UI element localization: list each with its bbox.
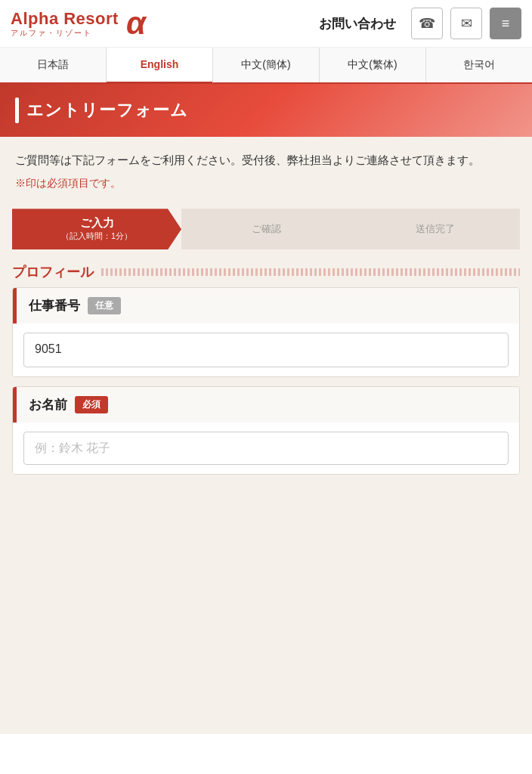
step-input: ご入力 （記入時間：1分）: [12, 209, 181, 249]
logo-symbol: α: [126, 8, 146, 39]
step-complete-label: 送信完了: [416, 222, 455, 236]
step-complete: 送信完了: [351, 209, 520, 249]
step-complete-inner: 送信完了: [416, 222, 455, 236]
lang-tab-japanese[interactable]: 日本語: [0, 48, 107, 82]
lang-tab-english[interactable]: English: [107, 48, 213, 84]
logo-text: Alpha Resort アルファ・リゾート: [11, 10, 119, 36]
banner-bar: [15, 98, 19, 123]
field-label-row-name: お名前 必須: [13, 387, 519, 423]
phone-icon: ☎: [419, 15, 435, 32]
profile-section-header: プロフィール: [12, 263, 520, 281]
entry-banner: エントリーフォーム: [0, 84, 532, 137]
lang-tab-chinese-traditional[interactable]: 中文(繁体): [320, 48, 426, 82]
steps-container: ご入力 （記入時間：1分） ご確認 送信完了: [12, 209, 520, 249]
field-label-row-job-number: 仕事番号 任意: [13, 288, 519, 324]
job-number-label: 仕事番号: [29, 297, 80, 314]
field-group-job-number: 仕事番号 任意 9051: [12, 287, 520, 377]
description-text: ご質問等は下記フォームをご利用ください。受付後、弊社担当よりご連絡させて頂きます…: [15, 150, 517, 170]
step-confirm: ご確認: [181, 209, 351, 249]
mail-icon: ✉: [461, 15, 472, 32]
name-badge: 必須: [75, 396, 108, 413]
logo-area: Alpha Resort アルファ・リゾート α: [11, 8, 311, 39]
form-description: ご質問等は下記フォームをご利用ください。受付後、弊社担当よりご連絡させて頂きます…: [12, 137, 520, 195]
step-confirm-label: ご確認: [252, 222, 281, 236]
lang-tab-chinese-simplified[interactable]: 中文(簡体): [213, 48, 320, 82]
profile-title: プロフィール: [12, 263, 94, 281]
lang-tab-korean[interactable]: 한국어: [426, 48, 532, 82]
step-confirm-inner: ご確認: [252, 222, 281, 236]
logo-main: Alpha Resort: [11, 10, 119, 28]
name-input[interactable]: [23, 432, 509, 465]
mail-button[interactable]: ✉: [450, 8, 482, 39]
job-number-input-area: 9051: [13, 324, 519, 376]
header: Alpha Resort アルファ・リゾート α お問い合わせ ☎ ✉ ≡: [0, 0, 532, 48]
logo-sub: アルファ・リゾート: [11, 29, 119, 37]
step-input-label: ご入力: [80, 216, 114, 231]
phone-button[interactable]: ☎: [411, 8, 443, 39]
main-content: エントリーフォーム ご質問等は下記フォームをご利用ください。受付後、弊社担当より…: [0, 84, 532, 734]
job-number-badge: 任意: [88, 297, 121, 314]
step-input-inner: ご入力 （記入時間：1分）: [61, 216, 132, 242]
name-label: お名前: [29, 396, 67, 413]
menu-icon: ≡: [502, 16, 510, 32]
required-note: ※印は必須項目です。: [15, 175, 517, 193]
field-group-name: お名前 必須: [12, 386, 520, 475]
contact-label: お問い合わせ: [319, 15, 396, 33]
profile-divider: [101, 268, 520, 276]
menu-button[interactable]: ≡: [490, 8, 521, 39]
language-nav: 日本語 English 中文(簡体) 中文(繁体) 한국어: [0, 48, 532, 84]
banner-title: エントリーフォーム: [26, 99, 188, 122]
step-input-sub: （記入時間：1分）: [61, 231, 132, 242]
job-number-value[interactable]: 9051: [23, 333, 509, 367]
name-input-area: [13, 423, 519, 474]
